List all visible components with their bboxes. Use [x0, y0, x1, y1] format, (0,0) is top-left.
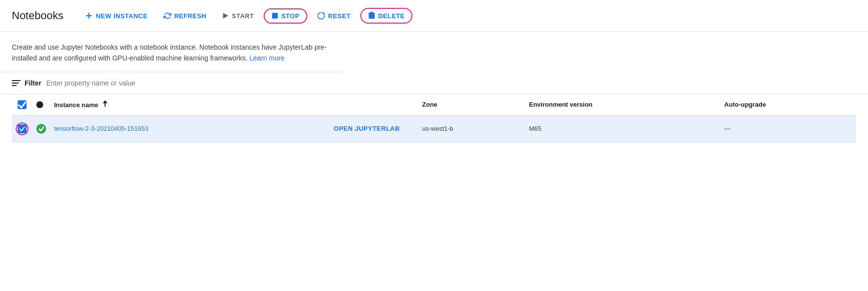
col-checkbox — [12, 94, 32, 116]
notebooks-table: Instance name Zone Environment version A… — [12, 94, 856, 143]
trash-icon — [368, 12, 375, 20]
svg-rect-4 — [369, 14, 375, 19]
svg-rect-3 — [272, 13, 278, 19]
col-zone: Zone — [418, 94, 525, 116]
reset-icon — [317, 12, 325, 20]
svg-marker-7 — [103, 100, 108, 103]
play-icon — [222, 12, 229, 19]
table-container: Instance name Zone Environment version A… — [0, 94, 868, 143]
row-auto-upgrade-cell: — — [720, 115, 856, 142]
stop-button[interactable]: STOP — [264, 8, 307, 24]
page-title: Notebooks — [12, 9, 63, 22]
description-section: Create and use Jupyter Notebooks with a … — [0, 32, 344, 72]
row-checkbox-wrapper[interactable] — [16, 122, 28, 135]
header-checkbox[interactable] — [18, 100, 27, 109]
refresh-button[interactable]: REFRESH — [158, 8, 213, 24]
svg-marker-2 — [223, 13, 229, 19]
status-header-dot — [36, 101, 43, 108]
filter-icon — [12, 80, 21, 86]
row-instance-name-cell: tensorflow-2-3-20210405-151653 — [50, 115, 330, 142]
col-auto-upgrade: Auto-upgrade — [720, 94, 856, 116]
new-instance-button[interactable]: NEW INSTANCE — [79, 8, 153, 24]
filter-label: Filter — [25, 79, 41, 87]
row-env-version-cell: M65 — [525, 115, 720, 142]
svg-rect-8 — [105, 103, 106, 107]
svg-rect-1 — [86, 15, 92, 16]
col-instance-name: Instance name — [50, 94, 330, 116]
row-checkbox-circled[interactable] — [16, 122, 28, 135]
learn-more-link[interactable]: Learn more — [249, 54, 285, 62]
sort-icon[interactable] — [102, 100, 108, 107]
instance-name-link[interactable]: tensorflow-2-3-20210405-151653 — [54, 125, 326, 132]
start-button[interactable]: START — [216, 8, 260, 24]
toolbar: Notebooks NEW INSTANCE REFRESH START STO… — [0, 0, 868, 32]
row-status-cell — [32, 115, 50, 142]
svg-rect-5 — [368, 13, 375, 14]
header-checkbox-wrapper[interactable] — [16, 100, 28, 109]
open-jupyterlab-button[interactable]: OPEN JUPYTERLAB — [334, 125, 400, 132]
plus-icon — [85, 12, 93, 20]
table-header-row: Instance name Zone Environment version A… — [12, 94, 856, 116]
reset-button[interactable]: RESET — [311, 8, 356, 24]
col-env-version: Environment version — [525, 94, 720, 116]
row-action-cell: OPEN JUPYTERLAB — [330, 115, 418, 142]
stop-icon — [271, 12, 278, 19]
filter-bar: Filter — [0, 72, 868, 94]
row-zone-cell: us-west1-b — [418, 115, 525, 142]
table-row: tensorflow-2-3-20210405-151653 OPEN JUPY… — [12, 115, 856, 142]
filter-input[interactable] — [46, 79, 856, 87]
delete-button[interactable]: DELETE — [360, 8, 412, 24]
status-green-icon — [36, 124, 46, 134]
row-checkbox-cell[interactable] — [12, 115, 32, 142]
row-checkbox[interactable] — [18, 124, 27, 133]
filter-label-group: Filter — [12, 79, 41, 87]
col-status — [32, 94, 50, 116]
col-action — [330, 94, 418, 116]
svg-rect-6 — [370, 12, 373, 13]
refresh-icon — [163, 12, 171, 20]
